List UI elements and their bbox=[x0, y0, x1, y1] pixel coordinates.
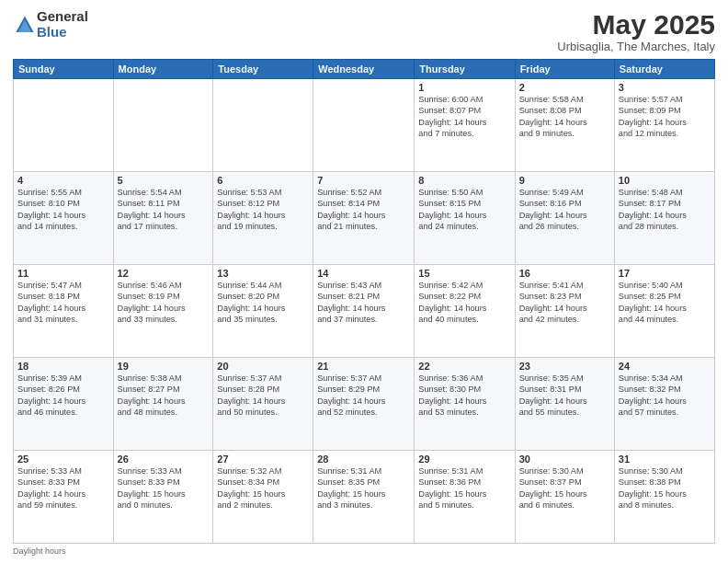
title-block: May 2025 Urbisaglia, The Marches, Italy bbox=[557, 9, 715, 53]
calendar-cell: 19Sunrise: 5:38 AM Sunset: 8:27 PM Dayli… bbox=[113, 358, 213, 451]
day-number: 30 bbox=[519, 454, 610, 465]
calendar-cell bbox=[313, 79, 415, 172]
day-number: 31 bbox=[619, 454, 711, 465]
calendar-cell: 7Sunrise: 5:52 AM Sunset: 8:14 PM Daylig… bbox=[313, 172, 415, 265]
calendar-cell: 31Sunrise: 5:30 AM Sunset: 8:38 PM Dayli… bbox=[614, 451, 714, 544]
calendar-cell: 14Sunrise: 5:43 AM Sunset: 8:21 PM Dayli… bbox=[313, 265, 415, 358]
calendar-week-3: 11Sunrise: 5:47 AM Sunset: 8:18 PM Dayli… bbox=[14, 265, 715, 358]
footer-note: Daylight hours bbox=[13, 546, 715, 556]
day-info: Sunrise: 5:35 AM Sunset: 8:31 PM Dayligh… bbox=[519, 373, 610, 419]
calendar-cell: 1Sunrise: 6:00 AM Sunset: 8:07 PM Daylig… bbox=[415, 79, 515, 172]
day-number: 2 bbox=[519, 82, 610, 93]
day-number: 24 bbox=[619, 361, 711, 372]
day-info: Sunrise: 5:37 AM Sunset: 8:28 PM Dayligh… bbox=[217, 373, 309, 419]
calendar-week-4: 18Sunrise: 5:39 AM Sunset: 8:26 PM Dayli… bbox=[14, 358, 715, 451]
logo-icon bbox=[15, 15, 35, 35]
day-number: 29 bbox=[418, 454, 510, 465]
day-info: Sunrise: 5:44 AM Sunset: 8:20 PM Dayligh… bbox=[217, 280, 309, 326]
calendar-week-5: 25Sunrise: 5:33 AM Sunset: 8:33 PM Dayli… bbox=[14, 451, 715, 544]
day-info: Sunrise: 5:40 AM Sunset: 8:25 PM Dayligh… bbox=[619, 280, 711, 326]
calendar-cell: 12Sunrise: 5:46 AM Sunset: 8:19 PM Dayli… bbox=[113, 265, 213, 358]
calendar-cell: 23Sunrise: 5:35 AM Sunset: 8:31 PM Dayli… bbox=[515, 358, 614, 451]
calendar-cell: 3Sunrise: 5:57 AM Sunset: 8:09 PM Daylig… bbox=[614, 79, 714, 172]
day-number: 7 bbox=[317, 175, 410, 186]
day-number: 14 bbox=[317, 268, 410, 279]
calendar-cell: 26Sunrise: 5:33 AM Sunset: 8:33 PM Dayli… bbox=[113, 451, 213, 544]
day-number: 3 bbox=[619, 82, 711, 93]
calendar-cell: 25Sunrise: 5:33 AM Sunset: 8:33 PM Dayli… bbox=[14, 451, 114, 544]
calendar-cell: 22Sunrise: 5:36 AM Sunset: 8:30 PM Dayli… bbox=[415, 358, 515, 451]
day-info: Sunrise: 6:00 AM Sunset: 8:07 PM Dayligh… bbox=[418, 94, 510, 140]
day-number: 5 bbox=[118, 175, 210, 186]
day-number: 20 bbox=[217, 361, 309, 372]
calendar-cell: 6Sunrise: 5:53 AM Sunset: 8:12 PM Daylig… bbox=[213, 172, 313, 265]
calendar-dow-saturday: Saturday bbox=[614, 60, 714, 79]
day-number: 10 bbox=[619, 175, 711, 186]
day-info: Sunrise: 5:39 AM Sunset: 8:26 PM Dayligh… bbox=[17, 373, 109, 419]
day-info: Sunrise: 5:33 AM Sunset: 8:33 PM Dayligh… bbox=[118, 465, 210, 511]
day-number: 1 bbox=[418, 82, 510, 93]
day-info: Sunrise: 5:52 AM Sunset: 8:14 PM Dayligh… bbox=[317, 187, 410, 233]
day-info: Sunrise: 5:42 AM Sunset: 8:22 PM Dayligh… bbox=[418, 280, 510, 326]
calendar-cell: 16Sunrise: 5:41 AM Sunset: 8:23 PM Dayli… bbox=[515, 265, 614, 358]
day-info: Sunrise: 5:30 AM Sunset: 8:37 PM Dayligh… bbox=[519, 465, 610, 511]
day-number: 6 bbox=[217, 175, 309, 186]
calendar-cell: 29Sunrise: 5:31 AM Sunset: 8:36 PM Dayli… bbox=[415, 451, 515, 544]
day-info: Sunrise: 5:30 AM Sunset: 8:38 PM Dayligh… bbox=[619, 465, 711, 511]
calendar-cell bbox=[14, 79, 114, 172]
day-number: 19 bbox=[118, 361, 210, 372]
day-number: 23 bbox=[519, 361, 610, 372]
day-info: Sunrise: 5:37 AM Sunset: 8:29 PM Dayligh… bbox=[317, 373, 410, 419]
calendar-week-2: 4Sunrise: 5:55 AM Sunset: 8:10 PM Daylig… bbox=[14, 172, 715, 265]
calendar-cell: 4Sunrise: 5:55 AM Sunset: 8:10 PM Daylig… bbox=[14, 172, 114, 265]
day-info: Sunrise: 5:31 AM Sunset: 8:36 PM Dayligh… bbox=[418, 465, 510, 511]
day-info: Sunrise: 5:36 AM Sunset: 8:30 PM Dayligh… bbox=[418, 373, 510, 419]
calendar-cell bbox=[213, 79, 313, 172]
day-info: Sunrise: 5:41 AM Sunset: 8:23 PM Dayligh… bbox=[519, 280, 610, 326]
calendar-dow-wednesday: Wednesday bbox=[313, 60, 415, 79]
calendar-dow-sunday: Sunday bbox=[14, 60, 114, 79]
calendar-cell: 9Sunrise: 5:49 AM Sunset: 8:16 PM Daylig… bbox=[515, 172, 614, 265]
day-number: 4 bbox=[17, 175, 109, 186]
logo: General Blue bbox=[13, 9, 88, 40]
day-number: 26 bbox=[118, 454, 210, 465]
calendar-cell: 28Sunrise: 5:31 AM Sunset: 8:35 PM Dayli… bbox=[313, 451, 415, 544]
calendar-table: SundayMondayTuesdayWednesdayThursdayFrid… bbox=[13, 59, 715, 544]
calendar-cell: 15Sunrise: 5:42 AM Sunset: 8:22 PM Dayli… bbox=[415, 265, 515, 358]
day-number: 13 bbox=[217, 268, 309, 279]
day-info: Sunrise: 5:58 AM Sunset: 8:08 PM Dayligh… bbox=[519, 94, 610, 140]
day-number: 21 bbox=[317, 361, 410, 372]
calendar-dow-friday: Friday bbox=[515, 60, 614, 79]
day-info: Sunrise: 5:46 AM Sunset: 8:19 PM Dayligh… bbox=[118, 280, 210, 326]
day-info: Sunrise: 5:57 AM Sunset: 8:09 PM Dayligh… bbox=[619, 94, 711, 140]
month-title: May 2025 bbox=[557, 9, 715, 40]
calendar-cell: 27Sunrise: 5:32 AM Sunset: 8:34 PM Dayli… bbox=[213, 451, 313, 544]
day-number: 25 bbox=[17, 454, 109, 465]
logo-text: General Blue bbox=[37, 9, 88, 40]
location: Urbisaglia, The Marches, Italy bbox=[557, 40, 715, 53]
day-info: Sunrise: 5:48 AM Sunset: 8:17 PM Dayligh… bbox=[619, 187, 711, 233]
logo-blue-text: Blue bbox=[37, 25, 88, 40]
day-number: 9 bbox=[519, 175, 610, 186]
day-info: Sunrise: 5:38 AM Sunset: 8:27 PM Dayligh… bbox=[118, 373, 210, 419]
calendar-cell: 11Sunrise: 5:47 AM Sunset: 8:18 PM Dayli… bbox=[14, 265, 114, 358]
day-number: 15 bbox=[418, 268, 510, 279]
day-info: Sunrise: 5:53 AM Sunset: 8:12 PM Dayligh… bbox=[217, 187, 309, 233]
page: General Blue May 2025 Urbisaglia, The Ma… bbox=[0, 0, 728, 563]
day-info: Sunrise: 5:32 AM Sunset: 8:34 PM Dayligh… bbox=[217, 465, 309, 511]
calendar-cell: 18Sunrise: 5:39 AM Sunset: 8:26 PM Dayli… bbox=[14, 358, 114, 451]
calendar-cell: 21Sunrise: 5:37 AM Sunset: 8:29 PM Dayli… bbox=[313, 358, 415, 451]
day-info: Sunrise: 5:55 AM Sunset: 8:10 PM Dayligh… bbox=[17, 187, 109, 233]
day-number: 8 bbox=[418, 175, 510, 186]
calendar-cell: 24Sunrise: 5:34 AM Sunset: 8:32 PM Dayli… bbox=[614, 358, 714, 451]
day-info: Sunrise: 5:49 AM Sunset: 8:16 PM Dayligh… bbox=[519, 187, 610, 233]
day-number: 22 bbox=[418, 361, 510, 372]
header: General Blue May 2025 Urbisaglia, The Ma… bbox=[13, 9, 715, 53]
day-info: Sunrise: 5:47 AM Sunset: 8:18 PM Dayligh… bbox=[17, 280, 109, 326]
calendar-dow-tuesday: Tuesday bbox=[213, 60, 313, 79]
day-number: 28 bbox=[317, 454, 410, 465]
calendar-cell: 10Sunrise: 5:48 AM Sunset: 8:17 PM Dayli… bbox=[614, 172, 714, 265]
calendar-cell: 8Sunrise: 5:50 AM Sunset: 8:15 PM Daylig… bbox=[415, 172, 515, 265]
day-number: 11 bbox=[17, 268, 109, 279]
day-number: 27 bbox=[217, 454, 309, 465]
